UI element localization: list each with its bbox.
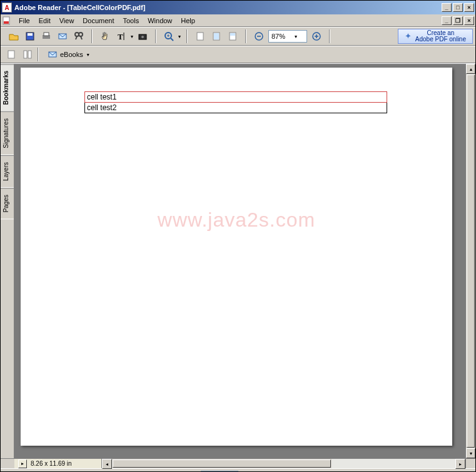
- svg-rect-19: [197, 33, 203, 40]
- menu-bar: File Edit View Document Tools Window Hel…: [1, 14, 475, 27]
- window-title: Adobe Reader - [TableCellColorPDF.pdf]: [14, 4, 440, 11]
- svg-rect-3: [28, 33, 33, 36]
- pdf-page: cell test1 cell test2 www.java2s.com: [21, 68, 452, 446]
- text-select-button[interactable]: T: [114, 29, 129, 44]
- ebooks-button[interactable]: eBooks ▼: [43, 48, 95, 61]
- zoom-in-button-2[interactable]: [309, 29, 324, 44]
- menu-view[interactable]: View: [55, 16, 79, 26]
- scroll-down-button[interactable]: ▾: [466, 448, 475, 458]
- menu-help[interactable]: Help: [176, 16, 200, 26]
- scroll-thumb[interactable]: [467, 74, 475, 448]
- side-tabs-panel: Bookmarks Signatures Layers Pages: [1, 64, 14, 458]
- svg-rect-23: [230, 33, 235, 36]
- search-button[interactable]: [71, 29, 86, 44]
- zoom-value-dropdown[interactable]: ▼: [288, 34, 304, 39]
- document-scroll[interactable]: cell test1 cell test2 www.java2s.com: [14, 64, 465, 458]
- svg-point-14: [141, 36, 144, 38]
- scroll-up-button[interactable]: ▴: [466, 64, 475, 74]
- svg-rect-29: [8, 51, 14, 58]
- zoom-in-button[interactable]: [161, 29, 176, 44]
- svg-rect-30: [24, 51, 27, 58]
- zoom-dropdown[interactable]: ▼: [177, 34, 182, 39]
- fit-page-button[interactable]: [209, 29, 224, 44]
- maximize-button[interactable]: □: [453, 3, 463, 12]
- watermark-text: www.java2s.com: [21, 208, 452, 232]
- hscroll-row: ▸ 8.26 x 11.69 in ◂ ▸: [1, 458, 475, 468]
- menu-document[interactable]: Document: [78, 16, 118, 26]
- menu-file[interactable]: File: [14, 16, 34, 26]
- page-dimensions-text: 8.26 x 11.69 in: [31, 460, 72, 467]
- hand-tool-button[interactable]: [98, 29, 113, 44]
- close-button[interactable]: ×: [464, 3, 474, 12]
- menu-edit[interactable]: Edit: [34, 16, 55, 26]
- table-row: cell test1: [85, 92, 387, 103]
- snapshot-button[interactable]: [135, 29, 150, 44]
- horizontal-scrollbar[interactable]: ◂ ▸: [102, 459, 465, 468]
- create-pdf-online-button[interactable]: ✦ Create an Adobe PDF online: [398, 29, 473, 44]
- zoom-out-button[interactable]: [251, 29, 266, 44]
- vertical-scrollbar[interactable]: ▴ ▾: [465, 64, 475, 458]
- svg-rect-31: [28, 51, 31, 58]
- mdi-minimize-button[interactable]: _: [442, 16, 452, 25]
- mdi-close-button[interactable]: ×: [464, 16, 474, 25]
- svg-rect-5: [44, 33, 49, 36]
- svg-rect-1: [4, 21, 9, 24]
- minimize-button[interactable]: _: [442, 3, 452, 12]
- window-controls: _ □ ×: [440, 3, 474, 12]
- table-cell: cell test1: [85, 92, 387, 103]
- page-mode-button-2[interactable]: [20, 47, 35, 62]
- menu-tools[interactable]: Tools: [119, 16, 144, 26]
- ebooks-dropdown[interactable]: ▼: [86, 53, 91, 57]
- sidebar-tab-bookmarks[interactable]: Bookmarks: [1, 64, 14, 111]
- page-dimensions-display: ▸ 8.26 x 11.69 in: [14, 459, 102, 468]
- actual-size-button[interactable]: [193, 29, 208, 44]
- save-button[interactable]: [23, 29, 38, 44]
- zoom-value-text: 87%: [271, 33, 288, 40]
- dimensions-toggle[interactable]: ▸: [18, 459, 27, 468]
- main-toolbar: T ▼ ▼ 87%▼ ✦ Create an Adobe PDF online: [1, 27, 475, 46]
- pdf-doc-icon: [2, 16, 12, 26]
- print-button[interactable]: [39, 29, 54, 44]
- text-select-dropdown[interactable]: ▼: [129, 34, 134, 39]
- svg-rect-21: [214, 33, 219, 39]
- menu-window[interactable]: Window: [143, 16, 176, 26]
- ebooks-icon: [48, 49, 58, 59]
- table-cell: cell test2: [85, 103, 387, 113]
- sidebar-tab-signatures[interactable]: Signatures: [1, 111, 14, 155]
- status-bar: ⏮ ◀ 1 of 1 ▶ ⏭: [1, 468, 475, 472]
- fit-width-button[interactable]: [225, 29, 240, 44]
- secondary-toolbar: eBooks ▼: [1, 46, 475, 63]
- table-row: cell test2: [85, 103, 387, 113]
- sidebar-tab-layers[interactable]: Layers: [1, 155, 14, 188]
- pdf-table: cell test1 cell test2: [84, 91, 387, 113]
- create-pdf-label-2: Adobe PDF online: [415, 36, 466, 43]
- svg-line-9: [76, 36, 77, 39]
- open-button[interactable]: [6, 29, 21, 44]
- title-bar: A Adobe Reader - [TableCellColorPDF.pdf]…: [1, 1, 475, 14]
- main-area: Bookmarks Signatures Layers Pages cell t…: [1, 63, 475, 458]
- sparkle-icon: ✦: [405, 33, 412, 39]
- sidebar-tab-pages[interactable]: Pages: [1, 188, 14, 219]
- email-button[interactable]: [55, 29, 70, 44]
- scroll-corner: [465, 459, 475, 468]
- page-mode-button-1[interactable]: [4, 47, 19, 62]
- ebooks-label: eBooks: [60, 51, 83, 58]
- zoom-value-field[interactable]: 87%▼: [268, 30, 307, 43]
- svg-point-8: [79, 33, 83, 36]
- scroll-left-button[interactable]: ◂: [102, 459, 112, 469]
- mdi-restore-button[interactable]: ❐: [453, 16, 463, 25]
- document-viewport: cell test1 cell test2 www.java2s.com ▴ ▾: [14, 64, 475, 458]
- mdi-controls: _ ❐ ×: [440, 16, 474, 25]
- svg-line-10: [81, 36, 82, 39]
- svg-line-16: [171, 38, 173, 41]
- app-icon: A: [2, 3, 12, 13]
- svg-text:T: T: [118, 32, 123, 41]
- scroll-right-button[interactable]: ▸: [455, 459, 465, 469]
- hscroll-thumb[interactable]: [113, 459, 331, 468]
